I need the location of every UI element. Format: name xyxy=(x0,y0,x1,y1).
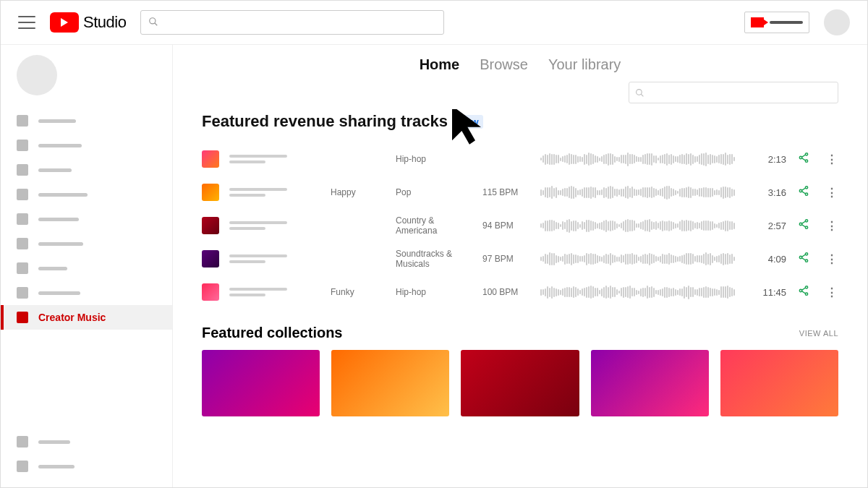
collection-card[interactable] xyxy=(720,350,838,416)
tab-home[interactable]: Home xyxy=(420,56,460,73)
track-thumbnail xyxy=(202,283,219,301)
track-row[interactable]: Funky Hip-hop 100 BPM 11:45 ⋮ xyxy=(202,275,838,309)
tab-your-library[interactable]: Your library xyxy=(548,56,621,73)
tab-browse[interactable]: Browse xyxy=(480,56,528,73)
track-row[interactable]: Hip-hop 2:13 ⋮ xyxy=(202,142,838,176)
svg-point-0 xyxy=(150,17,156,23)
track-duration: 11:45 xyxy=(747,287,791,298)
view-all-link[interactable]: VIEW ALL xyxy=(799,329,838,338)
sidebar-item-label xyxy=(38,242,83,246)
logo-text: Studio xyxy=(83,13,126,32)
sidebar-item-label xyxy=(38,193,88,197)
customization-icon xyxy=(17,287,28,299)
create-button[interactable] xyxy=(744,12,809,33)
feedback-icon xyxy=(17,461,28,472)
sidebar-item-label xyxy=(38,267,67,270)
track-waveform[interactable] xyxy=(540,283,740,301)
sidebar-item-label xyxy=(38,144,82,147)
more-icon[interactable]: ⋮ xyxy=(825,153,838,166)
sidebar-item[interactable] xyxy=(1,256,172,281)
studio-logo[interactable]: Studio xyxy=(50,12,126,33)
collections-title: Featured collections xyxy=(202,325,343,341)
share-icon[interactable] xyxy=(798,218,818,233)
sidebar-item[interactable] xyxy=(1,158,172,182)
music-icon xyxy=(17,312,28,323)
track-thumbnail xyxy=(202,250,219,267)
track-genre: Pop xyxy=(396,187,475,197)
track-thumbnail xyxy=(202,217,219,234)
svg-line-12 xyxy=(801,188,805,190)
track-bpm: 97 BPM xyxy=(482,254,533,264)
analytics-icon xyxy=(17,189,28,200)
sidebar-item[interactable] xyxy=(1,231,172,256)
more-icon[interactable]: ⋮ xyxy=(825,186,838,200)
sidebar-item[interactable] xyxy=(1,281,172,305)
collection-card[interactable] xyxy=(202,350,320,416)
new-badge: New xyxy=(455,115,483,129)
more-icon[interactable]: ⋮ xyxy=(825,286,838,299)
sidebar-item-label xyxy=(38,119,76,123)
svg-line-17 xyxy=(801,221,805,223)
track-genre: Country & Americana xyxy=(396,215,475,236)
track-duration: 3:16 xyxy=(747,187,791,198)
track-row[interactable]: Soundtracks & Musicals 97 BPM 4:09 ⋮ xyxy=(202,242,838,275)
collection-card[interactable] xyxy=(591,350,709,416)
track-bpm: 94 BPM xyxy=(482,221,533,231)
sidebar-item[interactable] xyxy=(1,182,172,207)
main-content: HomeBrowseYour library Featured revenue … xyxy=(173,45,867,487)
search-input[interactable] xyxy=(140,10,444,35)
more-icon[interactable]: ⋮ xyxy=(825,219,838,233)
account-avatar[interactable] xyxy=(824,9,850,35)
share-icon[interactable] xyxy=(798,252,818,266)
track-row[interactable]: Happy Pop 115 BPM 3:16 ⋮ xyxy=(202,176,838,209)
monetization-icon xyxy=(17,262,28,274)
sidebar-item-label xyxy=(38,465,75,468)
svg-line-13 xyxy=(801,192,805,194)
svg-line-27 xyxy=(801,288,805,290)
sidebar-item-creator-music[interactable]: Creator Music xyxy=(1,305,172,330)
settings-icon xyxy=(17,436,28,448)
comments-icon xyxy=(17,213,28,225)
more-icon[interactable]: ⋮ xyxy=(825,252,838,266)
track-mood: Happy xyxy=(331,187,388,197)
svg-line-3 xyxy=(641,94,643,96)
sidebar-item[interactable] xyxy=(1,133,172,158)
menu-icon[interactable] xyxy=(18,16,35,29)
filter-input[interactable] xyxy=(629,82,838,103)
tabs: HomeBrowseYour library xyxy=(173,45,867,77)
track-title xyxy=(229,288,323,296)
section-header: Featured revenue sharing tracks New xyxy=(202,112,838,131)
sidebar-item-label xyxy=(38,218,79,221)
track-waveform[interactable] xyxy=(540,150,740,168)
track-duration: 2:13 xyxy=(747,154,791,165)
collection-card[interactable] xyxy=(461,350,579,416)
sidebar-item[interactable] xyxy=(1,429,172,454)
channel-avatar[interactable] xyxy=(17,55,57,95)
youtube-play-icon xyxy=(50,12,79,33)
sidebar-item[interactable] xyxy=(1,207,172,231)
sidebar-item-label xyxy=(38,440,70,444)
top-bar: Studio xyxy=(1,1,867,45)
track-waveform[interactable] xyxy=(540,249,740,268)
svg-line-1 xyxy=(155,22,158,25)
track-waveform[interactable] xyxy=(540,216,740,235)
sidebar-item-label: Creator Music xyxy=(38,312,106,323)
track-genre: Hip-hop xyxy=(396,154,475,164)
svg-line-28 xyxy=(801,291,805,294)
share-icon[interactable] xyxy=(798,185,818,200)
sidebar-item[interactable] xyxy=(1,108,172,133)
share-icon[interactable] xyxy=(798,285,818,299)
track-duration: 4:09 xyxy=(747,254,791,265)
sidebar-item[interactable] xyxy=(1,454,172,479)
subtitles-icon xyxy=(17,238,28,249)
share-icon[interactable] xyxy=(798,152,818,166)
collections-grid xyxy=(202,350,838,416)
collection-card[interactable] xyxy=(331,350,449,416)
track-bpm: 100 BPM xyxy=(482,287,533,297)
app-frame: Studio Creator Music HomeBrows xyxy=(0,0,868,488)
sidebar-nav xyxy=(1,108,172,305)
body: Creator Music HomeBrowseYour library Fea… xyxy=(1,45,867,487)
track-row[interactable]: Country & Americana 94 BPM 2:57 ⋮ xyxy=(202,209,838,242)
track-genre: Soundtracks & Musicals xyxy=(396,249,475,270)
track-waveform[interactable] xyxy=(540,183,740,202)
